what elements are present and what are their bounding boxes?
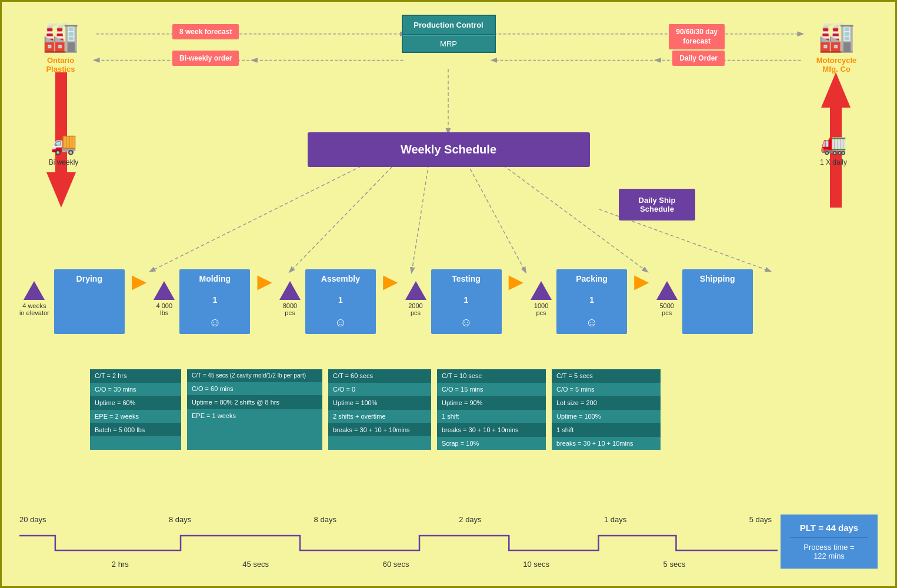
forecast-biweekly: Bi-weekly order (172, 51, 239, 66)
data-packing: C/T = 5 secs C/O = 5 mins Lot size = 200… (552, 369, 661, 450)
factory-icon-left: 🏭 (34, 19, 87, 54)
timeline-days-3: 2 days (459, 515, 481, 524)
process-packing-label: Packing (576, 274, 608, 283)
data-drying-batch: Batch = 5 000 lbs (90, 423, 181, 436)
inventory-before-testing: 2000pcs (405, 281, 426, 316)
timeline-pt-0: 2 hrs (112, 560, 129, 569)
data-testing-breaks: breaks = 30 + 10 + 10mins (437, 423, 546, 437)
arrow-drying-molding: ► (127, 269, 152, 294)
data-molding-co: C/O = 60 mins (187, 382, 322, 396)
data-assembly-ct: C/T = 60 secs (328, 369, 431, 383)
process-molding: Molding 1 ☺ (179, 269, 250, 334)
arrow-packing-shipping: ► (629, 269, 654, 294)
data-packing-ct: C/T = 5 secs (552, 369, 661, 383)
factory-icon-right: 🏭 (810, 19, 863, 54)
inventory-before-drying: 4 weeksin elevator (19, 281, 49, 316)
data-packing-co: C/O = 5 mins (552, 383, 661, 396)
data-drying-ct: C/T = 2 hrs (90, 369, 181, 383)
truck-left: 🚚 Bi weekly (37, 131, 90, 166)
supplier-motorcycle-label: Motorcycle Mfg. Co (810, 56, 863, 74)
data-testing-scrap: Scrap = 10% (437, 437, 546, 450)
data-drying-uptime: Uptime = 60% (90, 396, 181, 410)
process-drying: Drying (54, 269, 125, 334)
supplier-ontario-label: Ontario Plastics (34, 56, 87, 74)
main-container: 🏭 Ontario Plastics 🏭 Motorcycle Mfg. Co … (0, 0, 897, 588)
timeline-days-5: 5 days (749, 515, 772, 524)
data-molding-ct: C/T = 45 secs (2 cavity mold/1/2 lb per … (187, 369, 322, 382)
data-molding-uptime: Uptime = 80% 2 shifts @ 8 hrs (187, 396, 322, 409)
daily-order-box: Daily Order (672, 51, 725, 66)
supplier-motorcycle: 🏭 Motorcycle Mfg. Co (810, 19, 863, 74)
timeline-days-1: 8 days (169, 515, 191, 524)
svg-line-4 (465, 158, 525, 270)
supplier-ontario: 🏭 Ontario Plastics (34, 19, 87, 74)
truck-icon-left: 🚚 (37, 131, 90, 156)
data-assembly-co: C/O = 0 (328, 383, 431, 396)
process-molding-person: ☺ (209, 316, 221, 329)
process-assembly-label: Assembly (321, 274, 360, 283)
process-testing-label: Testing (452, 274, 481, 283)
timeline-days-0: 20 days (19, 515, 46, 524)
weekly-schedule-box: Weekly Schedule (308, 132, 590, 167)
plt-label: PLT = 44 days (790, 523, 868, 538)
data-molding-epe: EPE = 1 weeks (187, 409, 322, 422)
data-packing-shift: 1 shift (552, 423, 661, 437)
timeline-pt-3: 10 secs (523, 560, 549, 569)
data-assembly-breaks: breaks = 30 + 10 + 10mins (328, 423, 431, 436)
truck-icon-right: 🚛 (807, 131, 860, 156)
svg-line-2 (291, 158, 401, 270)
process-testing-num: 1 (464, 295, 469, 305)
data-packing-lot: Lot size = 200 (552, 396, 661, 410)
timeline-pt-1: 45 secs (242, 560, 269, 569)
process-molding-label: Molding (199, 274, 231, 283)
plt-box: PLT = 44 days Process time =122 mins (781, 514, 878, 569)
inv-label-5: 5000pcs (659, 302, 673, 316)
process-packing-num: 1 (589, 295, 594, 305)
timeline-zigzag (19, 527, 778, 556)
data-assembly: C/T = 60 secs C/O = 0 Uptime = 100% 2 sh… (328, 369, 431, 450)
inventory-before-packing: 1000pcs (531, 281, 552, 316)
inv-label-1: 4 000lbs (156, 302, 173, 316)
process-shipping-label: Shipping (700, 274, 735, 283)
data-packing-uptime: Uptime = 100% (552, 410, 661, 423)
data-assembly-uptime: Uptime = 100% (328, 396, 431, 410)
process-testing: Testing 1 ☺ (431, 269, 502, 334)
data-molding: C/T = 45 secs (2 cavity mold/1/2 lb per … (187, 369, 322, 450)
truck-right: 🚛 1 X daily (807, 131, 860, 166)
inv-label-2: 8000pcs (283, 302, 297, 316)
data-testing-uptime: Uptime = 90% (437, 396, 546, 410)
data-drying-epe: EPE = 2 weeks (90, 410, 181, 423)
process-packing-person: ☺ (586, 316, 598, 329)
process-testing-person: ☺ (460, 316, 472, 329)
daily-ship-schedule: Daily Ship Schedule (619, 189, 695, 220)
data-testing-co: C/O = 15 mins (437, 383, 546, 396)
process-assembly: Assembly 1 ☺ (305, 269, 376, 334)
arrow-testing-packing: ► (504, 269, 529, 294)
process-shipping: Shipping (682, 269, 753, 334)
process-time-label: Process time =122 mins (790, 543, 868, 560)
process-molding-num: 1 (212, 295, 217, 305)
process-packing: Packing 1 ☺ (556, 269, 627, 334)
process-drying-label: Drying (76, 274, 102, 283)
process-assembly-person: ☺ (335, 316, 346, 329)
data-drying-co: C/O = 30 mins (90, 383, 181, 396)
inv-label-3: 2000pcs (408, 302, 422, 316)
production-control-box: Production Control MRP (402, 15, 496, 53)
timeline-pt-4: 5 secs (663, 560, 686, 569)
pc-title: Production Control (402, 15, 496, 35)
inv-label-4: 1000pcs (534, 302, 548, 316)
inv-label-0: 4 weeksin elevator (19, 302, 49, 316)
process-assembly-num: 1 (338, 295, 343, 305)
truck-right-label: 1 X daily (807, 158, 860, 166)
inventory-before-shipping: 5000pcs (656, 281, 678, 316)
data-drying: C/T = 2 hrs C/O = 30 mins Uptime = 60% E… (90, 369, 181, 450)
svg-line-3 (412, 158, 429, 270)
forecast-8week: 8 week forecast (172, 24, 239, 39)
inventory-before-assembly: 8000pcs (279, 281, 301, 316)
inventory-before-molding: 4 000lbs (154, 281, 175, 316)
timeline-days-4: 1 days (604, 515, 626, 524)
timeline-days-2: 8 days (314, 515, 336, 524)
svg-line-1 (152, 158, 377, 270)
timeline-pt-2: 60 secs (383, 560, 409, 569)
truck-left-label: Bi weekly (37, 158, 90, 166)
